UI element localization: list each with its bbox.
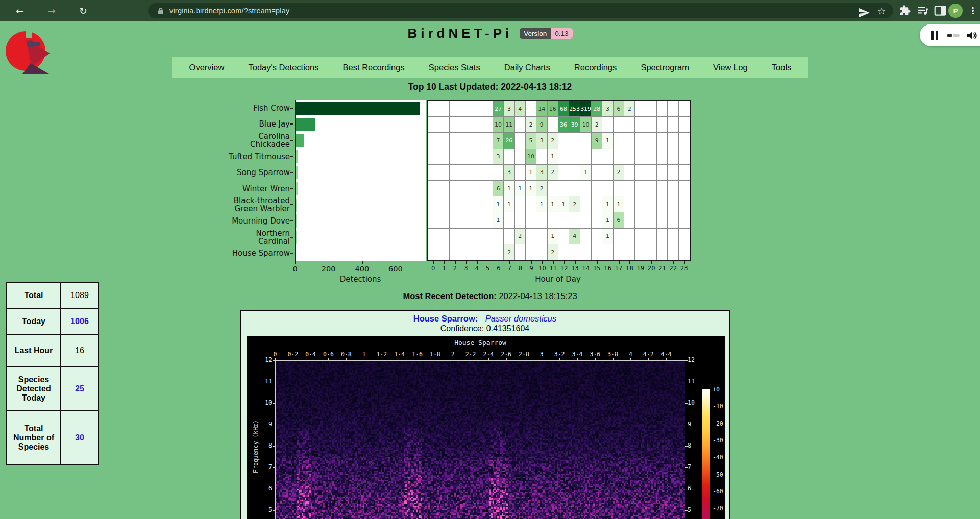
spectrogram-time-tick (559, 358, 560, 360)
spectrogram-time-tick (613, 358, 614, 360)
spectrogram-time-tick (595, 358, 596, 360)
heatmap-cell: 319 (580, 101, 592, 117)
bar-axis-tick (329, 261, 330, 264)
nav-item-spectrogram[interactable]: Spectrogram (641, 63, 689, 72)
url-bar[interactable]: virginia.birdnetpi.com/?stream=play ☆ (148, 3, 893, 18)
heatmap-cell (428, 117, 438, 133)
heatmap-cell (504, 229, 514, 244)
heatmap-cell (679, 244, 690, 260)
heatmap-cell (428, 181, 438, 196)
heatmap-cell (646, 165, 657, 181)
hour-axis-tick-label: 5 (486, 265, 489, 272)
nav-item-tools[interactable]: Tools (772, 63, 792, 72)
heatmap-cell (515, 212, 526, 228)
bookmark-star-icon[interactable]: ☆ (875, 5, 888, 17)
hour-axis-tick-label: 16 (604, 265, 611, 272)
spectrogram-time-tick-label: 4 (629, 351, 632, 358)
nav-item-recordings[interactable]: Recordings (574, 63, 617, 72)
page-title: BirdNET-Pi (407, 26, 512, 41)
heatmap-cell (558, 212, 569, 228)
species-axis-labels: Fish CrowBlue JayCarolinaChickadeeTufted… (174, 100, 290, 261)
heatmap-cell (569, 212, 580, 228)
heatmap-cell (624, 117, 635, 133)
spectrogram-time-tick (488, 358, 489, 360)
nav-item-species-stats[interactable]: Species Stats (429, 63, 480, 72)
stats-value[interactable]: 30 (61, 411, 99, 465)
forward-button[interactable]: → (43, 0, 60, 21)
back-button[interactable]: ← (11, 0, 29, 21)
heatmap-cell: 10 (493, 117, 504, 133)
heatmap-cell: 3 (504, 101, 514, 117)
spectrogram-freq-tick (685, 489, 688, 489)
spectrogram-freq-tick (273, 510, 276, 511)
side-panel-icon[interactable] (933, 4, 947, 17)
species-axis-tick (290, 172, 293, 173)
volume-button[interactable] (967, 31, 977, 40)
spectrogram-time-tick (630, 358, 631, 360)
spectrogram-freq-tick (273, 360, 276, 361)
stats-value-link[interactable]: 30 (75, 433, 84, 442)
heatmap-cell: 1 (504, 196, 514, 212)
heatmap-cell (614, 133, 624, 149)
most-recent-detection: Most Recent Detection: 2022-04-13 18:15:… (0, 291, 980, 301)
spectrogram-freq-tick (273, 403, 276, 404)
heatmap-cell (602, 165, 613, 181)
species-axis-tick (290, 204, 293, 205)
heatmap-cell (460, 181, 471, 196)
heatmap-cell (526, 196, 536, 212)
detection-panel: House Sparrow: Passer domesticus Confide… (240, 310, 730, 519)
heatmap-cell (614, 229, 624, 244)
heatmap-cell (657, 133, 668, 149)
heatmap-cell (668, 181, 678, 196)
hour-axis-tick-label: 12 (560, 265, 568, 272)
spectrogram-freq-tick (685, 446, 688, 447)
hour-axis-tick (553, 261, 554, 264)
spectrogram-time-tick-label: 1·4 (394, 351, 405, 358)
stats-value-link[interactable]: 25 (75, 384, 84, 393)
heatmap-cell (592, 165, 602, 181)
nav-item-today-s-detections[interactable]: Today's Detections (248, 63, 318, 72)
heatmap-cell (438, 196, 449, 212)
heatmap-cell (558, 244, 569, 260)
species-label: Blue Jay (174, 116, 290, 133)
seek-slider[interactable] (947, 34, 960, 37)
stats-value[interactable]: 25 (61, 367, 99, 411)
detection-scientific-name[interactable]: Passer domesticus (485, 314, 556, 323)
heatmap-cell (450, 229, 460, 244)
nav-item-view-log[interactable]: View Log (713, 63, 748, 72)
heatmap-cell (668, 117, 678, 133)
spectrogram-time-tick-label: 0·8 (341, 351, 352, 358)
heatmap-cell (679, 229, 690, 244)
colorbar-tick-label: -60 (713, 488, 723, 495)
spectrogram-time-tick-label: 2·2 (465, 351, 476, 358)
profile-avatar[interactable]: P (948, 4, 963, 18)
species-label: Mourning Dove (174, 213, 290, 229)
nav-item-best-recordings[interactable]: Best Recordings (343, 63, 405, 72)
spectrogram-freq-tick (273, 446, 276, 447)
detection-bar (296, 231, 297, 244)
species-axis-tick (290, 188, 293, 189)
heatmap-cell (428, 244, 438, 260)
stats-value-link[interactable]: 1006 (70, 317, 89, 326)
nav-item-daily-charts[interactable]: Daily Charts (504, 63, 550, 72)
hour-axis-title: Hour of Day (535, 275, 581, 284)
menu-kebab-icon[interactable] (966, 4, 980, 17)
nav-item-overview[interactable]: Overview (189, 63, 225, 72)
reload-button[interactable]: ↻ (75, 0, 92, 21)
media-queue-icon[interactable] (916, 4, 930, 17)
heatmap-cell (668, 165, 678, 181)
colorbar-tick-label: +0 (713, 386, 720, 393)
heatmap-cell (482, 196, 493, 212)
heatmap-cell (460, 244, 471, 260)
hour-axis-tick-label: 11 (549, 265, 557, 272)
detections-bar-chart (295, 100, 426, 261)
species-label: CarolinaChickadee (174, 132, 290, 149)
send-icon[interactable] (857, 7, 871, 19)
detection-species-name[interactable]: House Sparrow: (413, 314, 478, 323)
pause-button[interactable] (931, 31, 938, 40)
stats-value[interactable]: 1006 (61, 308, 99, 334)
spectrogram-time-tick-label: 2·8 (519, 351, 529, 358)
extensions-icon[interactable] (897, 4, 912, 17)
heatmap-cell: 2 (624, 101, 635, 117)
spectrogram-time-tick-label: 1·2 (377, 351, 387, 358)
